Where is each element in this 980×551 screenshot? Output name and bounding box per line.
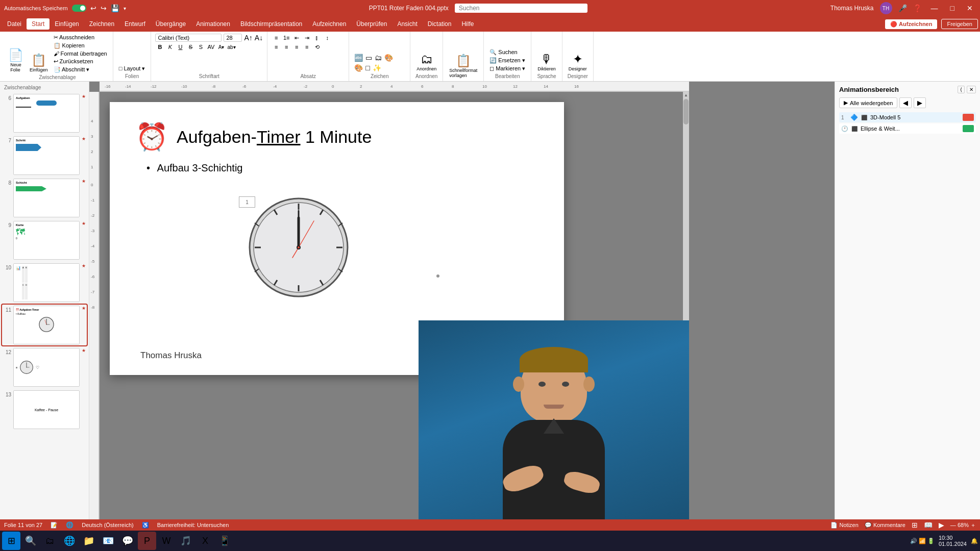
font-size-box[interactable]: 28 xyxy=(224,34,242,42)
abschnitt-button[interactable]: 📑 Abschnitt ▾ xyxy=(52,66,109,73)
task-view-button[interactable]: 🗂 xyxy=(41,532,59,550)
notes-btn[interactable]: 📄 Notizen xyxy=(830,522,858,529)
view-reader[interactable]: 📖 xyxy=(924,521,933,529)
mail-button[interactable]: 📧 xyxy=(99,532,117,550)
scroll-thumb[interactable] xyxy=(683,99,689,124)
edge-button[interactable]: 🌐 xyxy=(60,532,79,550)
designer-button[interactable]: ✦ Designer xyxy=(567,52,589,72)
shapes-icon[interactable]: ▭ xyxy=(364,53,373,62)
strikethrough-button[interactable]: S xyxy=(186,43,195,51)
kopieren-button[interactable]: 📋 Kopieren xyxy=(52,42,109,49)
italic-button[interactable]: K xyxy=(165,43,175,51)
ersetzen-button[interactable]: 🔄 Ersetzen ▾ xyxy=(488,57,527,64)
menu-zeichnen[interactable]: Zeichnen xyxy=(84,18,119,30)
menu-dictation[interactable]: Dictation xyxy=(423,18,457,30)
underline-button[interactable]: U xyxy=(176,43,185,51)
slide-item-11[interactable]: 11 ⏰ Aufgaben-Timer • Aufbau xyxy=(2,305,87,345)
slide-item-6[interactable]: 6 Aufgaben ★ xyxy=(2,93,87,134)
markieren-button[interactable]: ◻ Markieren ▾ xyxy=(488,65,527,72)
slide-panel[interactable]: Zwischenablage 6 Aufgaben ★ 7 Schritt xyxy=(0,82,89,519)
char-space-button[interactable]: AV xyxy=(206,43,215,51)
search-input[interactable] xyxy=(455,4,587,13)
quickstyle-icon[interactable]: 🎨 xyxy=(383,53,394,62)
explorer-button[interactable]: 📁 xyxy=(80,532,98,550)
menu-aufzeichnen[interactable]: Aufzeichnen xyxy=(307,18,351,30)
undo-icon[interactable]: ↩ xyxy=(90,4,96,12)
anim-arrow-right[interactable]: ▶ xyxy=(914,97,926,108)
slide-item-7[interactable]: 7 Schritt ★ xyxy=(2,135,87,176)
decrease-font-icon[interactable]: A↓ xyxy=(255,34,263,42)
slide-item-10[interactable]: 10 📊 A B C D ★ xyxy=(2,262,87,303)
fill-icon[interactable]: 🎨 xyxy=(353,63,364,72)
menu-bildschirm[interactable]: Bildschirmpräsentation xyxy=(235,18,307,30)
bullet-list-button[interactable]: ≡ xyxy=(272,34,281,42)
arrange-icon[interactable]: 🗂 xyxy=(374,53,383,62)
increase-indent-button[interactable]: ⇥ xyxy=(302,34,311,42)
number-list-button[interactable]: 1≡ xyxy=(282,34,291,42)
slide-item-9[interactable]: 9 Karte 🗺 0 ★ xyxy=(2,220,87,261)
bullet-item[interactable]: • Aufbau 3-Schichtig xyxy=(146,162,242,174)
dropdown-icon[interactable]: ▾ xyxy=(124,6,126,11)
menu-uebergaenge[interactable]: Übergänge xyxy=(151,18,191,30)
app1-button[interactable]: 📱 xyxy=(215,532,234,550)
einfuegen-button[interactable]: 📋 Einfügen xyxy=(28,53,50,73)
font-family-box[interactable]: Calibri (Text) xyxy=(155,34,222,42)
schnellformat-button[interactable]: 📋 Schnellformatvorlagen xyxy=(447,54,479,79)
autosave-toggle[interactable] xyxy=(72,5,86,12)
menu-entwurf[interactable]: Entwurf xyxy=(119,18,151,30)
powerpoint-button[interactable]: P xyxy=(138,532,156,550)
menu-ueberpruefen[interactable]: Überprüfen xyxy=(351,18,392,30)
decrease-indent-button[interactable]: ⇤ xyxy=(292,34,301,42)
slide-item-12[interactable]: 12 ⊞ ♡ ★ xyxy=(2,347,87,388)
menu-start[interactable]: Start xyxy=(27,18,50,30)
play-all-button[interactable]: ▶ Alle wiedergeben xyxy=(839,97,897,108)
align-justify-button[interactable]: ≡ xyxy=(302,43,311,51)
dictation-icon[interactable]: 🎤 xyxy=(898,4,907,12)
font-color-button[interactable]: A▾ xyxy=(216,43,226,51)
columns-button[interactable]: ⫿ xyxy=(312,34,322,42)
system-icons[interactable]: 🔊 📶 🔋 xyxy=(910,538,935,544)
word-button[interactable]: W xyxy=(157,532,176,550)
aufzeichnen-button[interactable]: 🔴 Aufzeichnen xyxy=(885,19,937,29)
view-slideshow[interactable]: ▶ xyxy=(939,521,944,529)
highlight-button[interactable]: ab▾ xyxy=(227,43,236,51)
align-center-button[interactable]: ≡ xyxy=(282,43,291,51)
save-icon[interactable]: 💾 xyxy=(111,4,119,12)
increase-font-icon[interactable]: A↑ xyxy=(244,34,252,42)
textfield-icon[interactable]: 🔤 xyxy=(353,53,364,62)
clock-container[interactable] xyxy=(248,196,350,300)
freigeben-button[interactable]: Freigeben xyxy=(941,19,978,29)
redo-icon[interactable]: ↪ xyxy=(101,4,107,12)
slide-item-13[interactable]: 13 Kaffee - Pause xyxy=(2,389,87,430)
neue-folie-button[interactable]: 📄 NeueFolie xyxy=(6,48,26,73)
minimize-button[interactable]: — xyxy=(928,3,941,13)
search-button[interactable]: 🔍 xyxy=(21,532,40,550)
outline-icon[interactable]: □ xyxy=(364,63,371,72)
excel-button[interactable]: X xyxy=(196,532,214,550)
align-right-button[interactable]: ≡ xyxy=(292,43,301,51)
comments-btn[interactable]: 💬 Kommentare xyxy=(865,522,905,529)
start-button[interactable]: ⊞ xyxy=(2,532,20,550)
menu-datei[interactable]: Datei xyxy=(2,18,27,30)
menu-hilfe[interactable]: Hilfe xyxy=(456,18,479,30)
format-button[interactable]: 🖌 Format übertragen xyxy=(52,50,109,57)
suchen-button[interactable]: 🔍 Suchen xyxy=(488,48,527,56)
shadow-button[interactable]: S xyxy=(196,43,205,51)
anim-arrow-left[interactable]: ◀ xyxy=(899,97,912,108)
notification-btn[interactable]: 🔔 xyxy=(971,538,978,544)
notes-icon[interactable]: 📝 xyxy=(51,522,58,529)
text-direction-button[interactable]: ⟲ xyxy=(312,43,322,51)
menu-einfuegen[interactable]: Einfügen xyxy=(50,18,84,30)
anim-panel-close[interactable]: ✕ xyxy=(967,86,976,93)
teams-button[interactable]: 💬 xyxy=(118,532,137,550)
effect-icon[interactable]: ✨ xyxy=(372,63,382,72)
bold-button[interactable]: B xyxy=(155,43,164,51)
anim-item-1[interactable]: 1 🔷 ⬛ 3D-Modell 5 xyxy=(839,112,976,122)
avatar[interactable]: TH xyxy=(880,2,892,14)
line-space-button[interactable]: ↕ xyxy=(323,34,332,42)
slide-item-8[interactable]: 8 Schicht ★ xyxy=(2,178,87,218)
anim-item-2[interactable]: 🕐 ⬛ Ellipse & Weit... xyxy=(839,123,976,134)
view-normal[interactable]: ⊞ xyxy=(912,521,918,529)
menu-ansicht[interactable]: Ansicht xyxy=(392,18,422,30)
align-left-button[interactable]: ≡ xyxy=(272,43,281,51)
